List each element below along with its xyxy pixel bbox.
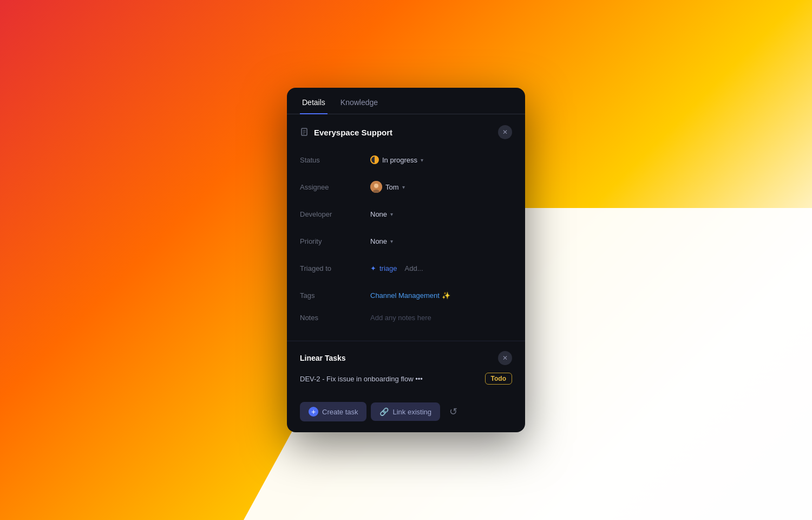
- notes-label: Notes: [300, 314, 370, 322]
- assignee-label: Assignee: [300, 183, 370, 191]
- close-icon: ✕: [502, 128, 508, 136]
- developer-label: Developer: [300, 210, 370, 218]
- triaged-to-value[interactable]: ✦ triage Add...: [370, 264, 423, 272]
- linear-tasks-section: Linear Tasks ✕ DEV-2 - Fix issue in onbo…: [287, 351, 525, 385]
- doc-icon: [300, 127, 310, 137]
- tags-label: Tags: [300, 291, 370, 300]
- chevron-down-icon: ▾: [390, 238, 393, 244]
- linear-tasks-title: Linear Tasks: [300, 354, 346, 362]
- close-button[interactable]: ✕: [498, 125, 512, 139]
- assignee-value[interactable]: Tom ▾: [370, 181, 405, 193]
- tags-row: Tags Channel Management ✨: [300, 287, 512, 304]
- close-icon: ✕: [502, 354, 508, 362]
- status-text: In progress: [382, 156, 417, 164]
- tag-text: Channel Management ✨: [370, 291, 450, 300]
- center-container: Details Knowledge Everyspace Support ✕: [0, 0, 812, 520]
- priority-label: Priority: [300, 237, 370, 245]
- priority-text: None: [370, 237, 387, 245]
- create-task-button[interactable]: + Create task: [300, 402, 366, 421]
- divider: [287, 341, 525, 341]
- tab-details[interactable]: Details: [300, 98, 328, 114]
- chevron-down-icon: ▾: [390, 211, 393, 217]
- table-row: DEV-2 - Fix issue in onboarding flow •••…: [300, 373, 512, 385]
- chevron-down-icon: ▾: [402, 184, 405, 190]
- notes-row: Notes Add any notes here: [300, 314, 512, 331]
- header-left: Everyspace Support: [300, 127, 392, 137]
- triage-tag: triage: [379, 264, 397, 272]
- developer-value[interactable]: None ▾: [370, 210, 393, 218]
- developer-text: None: [370, 210, 387, 218]
- avatar: [370, 181, 382, 193]
- assignee-row: Assignee Tom ▾: [300, 178, 512, 196]
- triaged-to-label: Triaged to: [300, 264, 370, 272]
- create-task-label: Create task: [322, 408, 358, 416]
- chevron-down-icon: ▾: [421, 157, 423, 163]
- developer-row: Developer None ▾: [300, 205, 512, 223]
- link-existing-button[interactable]: 🔗 Link existing: [371, 402, 440, 421]
- status-row: Status In progress ▾: [300, 151, 512, 168]
- triaged-to-row: Triaged to ✦ triage Add...: [300, 259, 512, 277]
- refresh-button[interactable]: ↺: [444, 403, 462, 420]
- header-title: Everyspace Support: [314, 128, 392, 137]
- card-body: Everyspace Support ✕ Status In progress …: [287, 114, 525, 331]
- tab-bar: Details Knowledge: [287, 88, 525, 114]
- status-icon: [370, 155, 379, 164]
- priority-row: Priority None ▾: [300, 232, 512, 250]
- triage-icon: ✦: [370, 264, 376, 272]
- link-existing-label: Link existing: [392, 408, 431, 416]
- linear-tasks-header: Linear Tasks ✕: [300, 351, 512, 365]
- action-bar: + Create task 🔗 Link existing ↺: [287, 393, 525, 432]
- refresh-icon: ↺: [449, 406, 457, 418]
- tab-knowledge[interactable]: Knowledge: [338, 98, 380, 114]
- status-value[interactable]: In progress ▾: [370, 155, 423, 164]
- svg-point-5: [374, 184, 378, 188]
- main-card: Details Knowledge Everyspace Support ✕: [287, 88, 525, 432]
- tags-value[interactable]: Channel Management ✨: [370, 291, 450, 300]
- notes-value[interactable]: Add any notes here: [370, 314, 431, 322]
- priority-value[interactable]: None ▾: [370, 237, 393, 245]
- task-status-badge: Todo: [485, 373, 512, 385]
- triaged-to-add-button[interactable]: Add...: [405, 264, 423, 272]
- notes-placeholder: Add any notes here: [370, 314, 431, 322]
- plus-icon: +: [309, 407, 318, 417]
- linear-tasks-close-button[interactable]: ✕: [498, 351, 512, 365]
- header-row: Everyspace Support ✕: [300, 125, 512, 139]
- status-label: Status: [300, 156, 370, 164]
- assignee-name: Tom: [385, 183, 399, 191]
- link-icon: 🔗: [379, 407, 389, 416]
- task-name: DEV-2 - Fix issue in onboarding flow •••: [300, 375, 485, 383]
